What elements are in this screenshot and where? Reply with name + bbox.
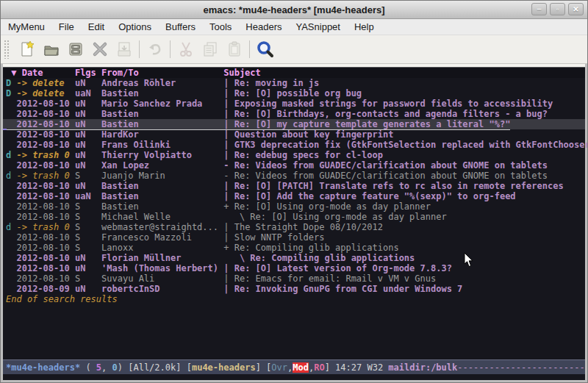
toolbar-separator — [139, 40, 140, 58]
search-icon[interactable] — [253, 38, 277, 60]
message-list: D -> delete uN Andreas Röhler | Re: movi… — [3, 78, 585, 294]
modeline-segment: , — [101, 362, 112, 373]
cut-icon — [173, 38, 198, 60]
titlebar[interactable]: emacs: *mu4e-headers* [mu4e-headers] ‒ ▫… — [1, 1, 587, 19]
message-row[interactable]: 2012-08-10 S Suvayu Ali | Re: Emacs for … — [3, 273, 585, 284]
toolbar-separator — [249, 40, 250, 58]
window-title: emacs: *mu4e-headers* [mu4e-headers] — [1, 4, 587, 15]
message-row[interactable]: 2012-08-10 uN Florian Müllner \ Re: Comp… — [3, 253, 585, 263]
modeline-segment: [ — [266, 362, 271, 373]
message-row[interactable]: d -> trash 0 S Juanjo Marin - Re: Videos… — [3, 171, 585, 181]
menu-mymenu[interactable]: MyMenu — [8, 21, 45, 32]
message-row[interactable]: 2012-08-10 uaN Bastien | Re: [O] Add the… — [3, 191, 585, 201]
open-folder-icon[interactable] — [39, 38, 63, 60]
modeline-segment: ) — [118, 362, 128, 373]
message-row[interactable]: 2012-08-10 uN 'Mash (Thomas Herbert) | R… — [3, 263, 585, 273]
menu-bar: MyMenuFileEditOptionsBuffersToolsHeaders… — [1, 19, 587, 35]
message-row[interactable]: 2012-08-10 uN Xan Lopez - Re: Videos fro… — [3, 160, 585, 171]
undo-icon — [143, 38, 167, 60]
modeline-segment: 5 — [96, 362, 101, 373]
modeline-segment: Mod — [293, 362, 309, 373]
menu-tools[interactable]: Tools — [209, 21, 232, 32]
echo-area[interactable] — [3, 374, 585, 380]
modeline-segment: ] — [325, 362, 335, 373]
modeline-segment: , — [287, 362, 293, 373]
message-row[interactable]: 2012-08-10 S Michael Welle \ Re: [O] Usi… — [3, 212, 585, 222]
modeline-segment: ------------------------------ — [457, 362, 585, 373]
message-row[interactable]: 2012-08-10 uN Frans Oilinki | GTK3 depre… — [3, 140, 585, 150]
window-controls: ‒ ▫ ✕ — [531, 3, 584, 15]
modeline-segment: Ovr — [271, 362, 287, 373]
new-file-icon[interactable] — [15, 38, 39, 60]
save-icon[interactable] — [63, 38, 87, 60]
menu-headers[interactable]: Headers — [245, 21, 282, 32]
toolbar-separator — [170, 40, 171, 58]
message-row[interactable]: 2012-08-10 uN Mario Sanchez Prada | Expo… — [3, 99, 585, 109]
modeline-segment: maildir:/bulk — [388, 362, 457, 373]
save-as-icon — [112, 38, 136, 60]
modeline-segment: ( — [80, 362, 96, 373]
empty-buffer-space — [3, 304, 585, 359]
close-buffer-icon[interactable] — [87, 38, 112, 60]
menu-edit[interactable]: Edit — [88, 21, 104, 32]
menu-options[interactable]: Options — [118, 21, 151, 32]
menu-yasnippet[interactable]: YASnippet — [295, 21, 340, 32]
toolbar — [1, 35, 587, 64]
message-row[interactable]: 2012-08-10 S Francesco Mazzoli | Slow NN… — [3, 232, 585, 243]
message-row[interactable]: 2012-08-10 S Bastien + Re: [O] Using org… — [3, 201, 585, 212]
message-row[interactable]: D -> delete uN Andreas Röhler | Re: movi… — [3, 78, 585, 88]
menu-help[interactable]: Help — [354, 21, 374, 32]
copy-icon — [198, 38, 222, 60]
message-row[interactable]: 2012-08-10 uN Bastien | Re: [O] [PATCH] … — [3, 181, 585, 191]
maximize-icon[interactable]: ▫ — [550, 3, 565, 15]
minimize-icon[interactable]: ‒ — [531, 3, 547, 15]
message-row[interactable]: 2012-08-10 uN Bastien | Re: [O] my captu… — [3, 119, 585, 129]
message-row[interactable]: 2012-08-10 S Lanoxx + Re: Compiling glib… — [3, 243, 585, 253]
close-icon[interactable]: ✕ — [568, 3, 584, 15]
modeline-segment: [All/2.0k] — [128, 362, 186, 373]
menu-file[interactable]: File — [59, 21, 74, 32]
buffer-frame: ▼ Date Flgs From/To Subject D -> delete … — [3, 64, 585, 380]
message-row[interactable]: D -> delete uaN Bastien | Re: [O] possib… — [3, 88, 585, 99]
message-row[interactable]: d -> trash 0 S webmaster@straightd... | … — [3, 222, 585, 232]
modeline-segment: ] — [256, 362, 266, 373]
menu-buffers[interactable]: Buffers — [165, 21, 196, 32]
emacs-window: emacs: *mu4e-headers* [mu4e-headers] ‒ ▫… — [0, 0, 588, 383]
end-of-results: End of search results — [3, 294, 585, 304]
toolbar-grip-handle[interactable] — [4, 40, 10, 59]
modeline-segment: mu4e-headers — [192, 362, 256, 373]
modeline-segment: , — [309, 362, 314, 373]
message-row[interactable]: 2012-08-10 uN Bastien | Re: [O] Birthday… — [3, 109, 585, 119]
modeline-segment: RO — [314, 362, 324, 373]
column-headers[interactable]: ▼ Date Flgs From/To Subject — [3, 68, 585, 78]
mode-line[interactable]: *mu4e-headers* ( 5, 0) [All/2.0k] [mu4e-… — [3, 359, 585, 374]
paste-icon — [222, 38, 246, 60]
modeline-segment: *mu4e-headers* — [6, 362, 80, 373]
mu4e-headers-buffer[interactable]: ▼ Date Flgs From/To Subject D -> delete … — [3, 68, 585, 380]
message-row[interactable]: 2012-08-09 uN robertcInSD | Re: Invoking… — [3, 284, 585, 294]
modeline-segment: [ — [187, 362, 192, 373]
modeline-segment: 0 — [112, 362, 118, 373]
message-row[interactable]: d -> trash 0 uN Thierry Volpiatto | Re: … — [3, 150, 585, 160]
message-row[interactable]: 2012-08-10 uN HardKor | Question about k… — [3, 129, 585, 140]
modeline-segment: 14:27 W32 — [335, 362, 388, 373]
